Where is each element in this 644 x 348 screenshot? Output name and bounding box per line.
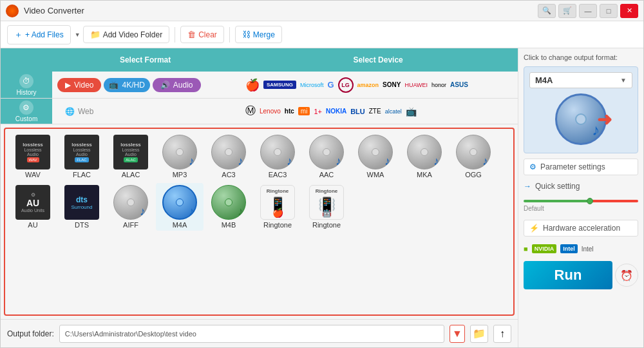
add-video-folder-button[interactable]: 📁 Add Video Folder — [83, 26, 170, 43]
format-item-eac3[interactable]: ♪ EAC3 — [254, 133, 301, 180]
format-item-aac[interactable]: ♪ AAC — [303, 133, 350, 180]
separator2 — [229, 27, 230, 43]
gpu-icon: ■ — [524, 245, 528, 253]
web-format-button[interactable]: 🌐 Web — [57, 104, 101, 119]
format-item-ringtone-android[interactable]: Ringtone 📳 🤖 Ringtone — [303, 183, 350, 231]
share-output-button[interactable]: ↑ — [493, 325, 511, 343]
format-item-m4a[interactable]: ♪ M4A — [156, 183, 204, 231]
alcatel-device[interactable]: alcatel — [385, 108, 402, 115]
zte-device[interactable]: ZTE — [369, 108, 381, 115]
intel-badge: Intel — [560, 244, 578, 253]
alarm-button[interactable]: ⏰ — [615, 264, 638, 287]
formats-grid: lossless Lossless Audio WAV WAV lossless… — [4, 128, 515, 316]
category-row: ⏱ History ▶ Video 📺 4K/HD 🔊 — [1, 72, 518, 99]
motorola-device[interactable]: Ⓜ — [245, 104, 256, 118]
hardware-acceleration-button[interactable]: ⚡ Hardware acceleration — [524, 220, 638, 237]
format-item-mka[interactable]: ♪ MKA — [401, 133, 448, 180]
blu-device[interactable]: BLU — [350, 108, 365, 115]
wma-label: WMA — [367, 171, 384, 179]
bottom-bar: Output folder: C:\Users\Administrator\De… — [1, 319, 518, 347]
left-panel: Select Format Select Device ⏱ History — [1, 48, 518, 347]
huawei-device[interactable]: HUAWEI — [404, 82, 428, 88]
format-type-buttons: ▶ Video 📺 4K/HD 🔊 Audio — [52, 72, 242, 98]
custom-button[interactable]: ⚙ Custom — [1, 99, 52, 124]
add-files-button[interactable]: ＋ + Add Files — [7, 25, 71, 44]
audio-format-button[interactable]: 🔊 Audio — [153, 78, 201, 92]
microsoft-device[interactable]: Microsoft — [300, 82, 324, 88]
format-item-ogg[interactable]: ♪ OGG — [450, 133, 497, 180]
format-item-au[interactable]: ⚙ AU Audio Units AU — [9, 183, 57, 231]
quality-slider-thumb[interactable] — [587, 198, 593, 204]
cart-icon[interactable]: 🛒 — [558, 4, 576, 18]
quality-slider-track[interactable] — [524, 200, 638, 202]
mka-label: MKA — [417, 171, 432, 179]
format-item-flac[interactable]: lossless Lossless Audio FLAC FLAC — [58, 133, 106, 180]
run-area: Run ⏰ — [524, 261, 638, 289]
sony-device[interactable]: SONY — [383, 81, 401, 88]
main-content: Select Format Select Device ⏱ History — [1, 48, 643, 347]
minimize-button[interactable]: — — [579, 4, 597, 18]
chevron-down-icon: ▼ — [620, 77, 627, 84]
wma-icon: ♪ — [358, 135, 393, 169]
ringtone-apple-icon: Ringtone 📱 🍎 — [260, 185, 295, 220]
slider-default-label: Default — [524, 205, 544, 212]
au-icon: ⚙ AU Audio Units — [15, 185, 50, 220]
format-item-wav[interactable]: lossless Lossless Audio WAV WAV — [9, 133, 57, 180]
main-window: Video Converter 🔍 🛒 — □ ✕ ＋ + Add Files … — [0, 0, 644, 348]
clear-button[interactable]: 🗑 Clear — [180, 26, 224, 43]
parameter-settings-button[interactable]: ⚙ Parameter settings — [524, 159, 638, 175]
lenovo-device[interactable]: Lenovo — [260, 108, 281, 115]
settings-icon: ⚙ — [529, 162, 536, 171]
htc-device[interactable]: htc — [285, 108, 294, 115]
mi-device[interactable]: mi — [298, 107, 310, 115]
alac-label: ALAC — [122, 171, 140, 179]
amazon-device[interactable]: amazon — [357, 82, 379, 88]
format-item-wma[interactable]: ♪ WMA — [352, 133, 399, 180]
maximize-button[interactable]: □ — [600, 4, 618, 18]
au-label: AU — [28, 221, 37, 229]
format-item-ringtone-apple[interactable]: Ringtone 📱 🍎 Ringtone — [254, 183, 301, 231]
format-dropdown-row: M4A ▼ — [529, 72, 632, 88]
format-item-mp3[interactable]: ♪ MP3 — [156, 133, 204, 180]
lg-device[interactable]: LG — [338, 77, 354, 93]
history-button[interactable]: ⏱ History — [1, 72, 52, 98]
format-item-ac3[interactable]: ♪ AC3 — [205, 133, 252, 180]
right-panel-title: Click to change output format: — [524, 53, 638, 61]
select-format-tab[interactable]: Select Format — [52, 48, 238, 72]
output-path-dropdown[interactable]: ▼ — [450, 325, 465, 343]
samsung-device[interactable]: SAMSUNG — [263, 81, 296, 89]
run-button[interactable]: Run — [524, 261, 612, 289]
mp3-icon: ♪ — [162, 135, 197, 169]
format-item-alac[interactable]: lossless Lossless Audio ALAC ALAC — [107, 133, 155, 180]
google-device[interactable]: G — [327, 80, 334, 90]
aac-label: AAC — [319, 171, 334, 179]
format-dropdown[interactable]: M4A ▼ — [529, 72, 632, 88]
add-files-dropdown[interactable]: ▼ — [75, 32, 80, 38]
format-item-m4b[interactable]: ♪ M4B — [205, 183, 252, 231]
format-preview-box: M4A ▼ ♪ ➜ — [524, 66, 638, 153]
title-bar: Video Converter 🔍 🛒 — □ ✕ — [1, 1, 643, 21]
close-button[interactable]: ✕ — [620, 4, 638, 18]
web-format-area: 🌐 Web — [52, 99, 242, 124]
dts-icon: dts Surround — [64, 185, 99, 220]
apple-device[interactable]: 🍎 — [245, 78, 260, 92]
format-item-dts[interactable]: dts Surround DTS — [58, 183, 106, 231]
4khd-format-button[interactable]: 📺 4K/HD — [104, 78, 149, 92]
nokia-device[interactable]: NOKIA — [326, 108, 346, 115]
oneplus-device[interactable]: 1+ — [314, 108, 322, 115]
browse-folder-button[interactable]: 📁 — [470, 325, 488, 343]
tv-device[interactable]: 📺 — [406, 106, 417, 117]
honor-device[interactable]: honor — [431, 82, 446, 88]
ogg-icon: ♪ — [456, 135, 491, 169]
audio-icon: 🔊 — [160, 81, 170, 90]
select-device-tab[interactable]: Select Device — [238, 48, 518, 72]
merge-icon: ⛓ — [242, 30, 251, 39]
search-icon[interactable]: 🔍 — [538, 4, 556, 18]
wav-label: WAV — [25, 171, 41, 179]
history-icon: ⏱ — [19, 74, 33, 88]
format-item-aiff[interactable]: ♪ AIFF — [107, 183, 155, 231]
merge-button[interactable]: ⛓ Merge — [235, 26, 282, 43]
video-format-button[interactable]: ▶ Video — [57, 78, 101, 92]
asus-device[interactable]: ASUS — [450, 81, 468, 88]
ringtone-android-label: Ringtone — [312, 221, 341, 229]
